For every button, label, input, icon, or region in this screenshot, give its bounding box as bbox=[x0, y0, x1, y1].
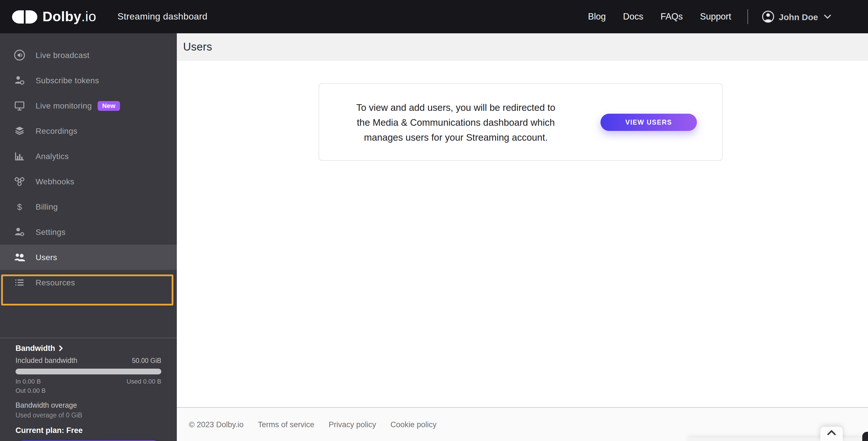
bandwidth-panel: Bandwidth Included bandwidth 50.00 GiB I… bbox=[0, 343, 177, 441]
sidebar-item-settings[interactable]: Settings bbox=[0, 219, 177, 245]
nav-link-blog[interactable]: Blog bbox=[588, 11, 606, 22]
sidebar-item-label: Analytics bbox=[36, 152, 69, 161]
page-title: Users bbox=[183, 41, 212, 53]
svg-text:$: $ bbox=[17, 202, 22, 212]
sidebar-divider bbox=[0, 337, 177, 338]
sidebar-item-subscribe-tokens[interactable]: Subscribe tokens bbox=[0, 68, 177, 93]
bar-chart-icon bbox=[13, 150, 26, 163]
footer-link-terms[interactable]: Terms of service bbox=[258, 420, 315, 429]
bandwidth-progress-bar bbox=[16, 369, 161, 374]
sidebar-item-live-monitoring[interactable]: Live monitoring New bbox=[0, 93, 177, 118]
user-name: John Doe bbox=[779, 12, 818, 22]
sidebar-item-label: Recordings bbox=[36, 126, 78, 136]
person-gear-icon bbox=[13, 226, 26, 238]
view-users-button[interactable]: VIEW USERS bbox=[600, 113, 697, 130]
bandwidth-title-label: Bandwidth bbox=[16, 344, 55, 352]
broadcast-icon bbox=[13, 49, 26, 61]
chevron-right-icon bbox=[59, 345, 63, 351]
bandwidth-overage-detail: Used overage of 0 GiB bbox=[16, 412, 161, 419]
sidebar-item-label: Live broadcast bbox=[36, 51, 90, 60]
sidebar-item-label: Subscribe tokens bbox=[36, 76, 99, 85]
footer-copyright: © 2023 Dolby.io bbox=[189, 420, 244, 429]
sidebar-item-recordings[interactable]: Recordings bbox=[0, 118, 177, 144]
streaming-dashboard-app: Dolby.io Streaming dashboard Blog Docs F… bbox=[0, 0, 868, 441]
bandwidth-in-label: In 0.00 B bbox=[16, 378, 41, 385]
included-bandwidth-row: Included bandwidth 50.00 GiB bbox=[16, 357, 161, 364]
list-icon bbox=[13, 276, 26, 289]
users-redirect-card: To view and add users, you will be redir… bbox=[319, 83, 723, 161]
bandwidth-title[interactable]: Bandwidth bbox=[16, 343, 161, 353]
monitor-icon bbox=[13, 99, 26, 112]
sidebar: Live broadcast Subscribe tokens bbox=[0, 33, 177, 441]
navbar-divider bbox=[747, 9, 748, 24]
navbar-right: Blog Docs FAQs Support John Doe bbox=[570, 9, 831, 24]
nav-link-faqs[interactable]: FAQs bbox=[660, 11, 683, 22]
dolby-double-d-icon bbox=[12, 10, 37, 23]
user-menu[interactable]: John Doe bbox=[762, 10, 831, 23]
sidebar-nav: Live broadcast Subscribe tokens bbox=[0, 42, 177, 295]
footer-link-privacy[interactable]: Privacy policy bbox=[329, 420, 376, 429]
scroll-to-top-button[interactable] bbox=[820, 427, 843, 441]
new-badge: New bbox=[98, 101, 120, 111]
layers-icon bbox=[13, 125, 26, 137]
sidebar-item-label: Live monitoring bbox=[36, 101, 92, 110]
footer-link-cookie[interactable]: Cookie policy bbox=[391, 420, 437, 429]
nav-link-support[interactable]: Support bbox=[700, 11, 732, 22]
sidebar-item-label: Webhooks bbox=[36, 177, 74, 186]
sidebar-item-label: Billing bbox=[36, 202, 58, 211]
sidebar-item-users[interactable]: Users bbox=[0, 245, 177, 270]
bandwidth-in-used-row: In 0.00 B Used 0.00 B bbox=[16, 378, 161, 385]
footer: © 2023 Dolby.io Terms of service Privacy… bbox=[177, 407, 868, 441]
sidebar-item-label: Resources bbox=[36, 278, 75, 287]
bandwidth-overage-title: Bandwidth overage bbox=[16, 401, 161, 409]
chevron-down-icon bbox=[824, 14, 831, 19]
sidebar-item-label: Settings bbox=[36, 227, 65, 237]
webhook-icon bbox=[13, 175, 26, 188]
top-navbar: Dolby.io Streaming dashboard Blog Docs F… bbox=[0, 0, 868, 33]
bandwidth-out-label: Out 0.00 B bbox=[16, 387, 161, 394]
included-bandwidth-value: 50.00 GiB bbox=[132, 357, 161, 364]
included-bandwidth-label: Included bandwidth bbox=[16, 357, 77, 364]
logo-text: Dolby.io bbox=[42, 9, 96, 25]
sidebar-item-webhooks[interactable]: Webhooks bbox=[0, 169, 177, 194]
sidebar-item-live-broadcast[interactable]: Live broadcast bbox=[0, 42, 177, 68]
sidebar-item-billing[interactable]: $ Billing bbox=[0, 194, 177, 219]
user-avatar-icon bbox=[762, 10, 774, 23]
sidebar-item-analytics[interactable]: Analytics bbox=[0, 144, 177, 169]
users-icon bbox=[13, 251, 26, 264]
nav-link-docs[interactable]: Docs bbox=[623, 11, 644, 22]
users-redirect-message: To view and add users, you will be redir… bbox=[349, 99, 563, 144]
dollar-icon: $ bbox=[13, 200, 26, 213]
page-header: Users bbox=[177, 33, 868, 61]
person-badge-icon bbox=[13, 74, 26, 87]
app-title: Streaming dashboard bbox=[117, 11, 208, 22]
chevron-up-icon bbox=[827, 430, 836, 435]
sidebar-item-label: Users bbox=[36, 253, 57, 262]
sidebar-item-resources[interactable]: Resources bbox=[0, 270, 177, 295]
corner-widget bbox=[862, 432, 868, 441]
dolby-logo[interactable]: Dolby.io bbox=[12, 9, 96, 25]
bandwidth-used-label: Used 0.00 B bbox=[127, 378, 161, 385]
current-plan-label: Current plan: Free bbox=[16, 426, 161, 435]
